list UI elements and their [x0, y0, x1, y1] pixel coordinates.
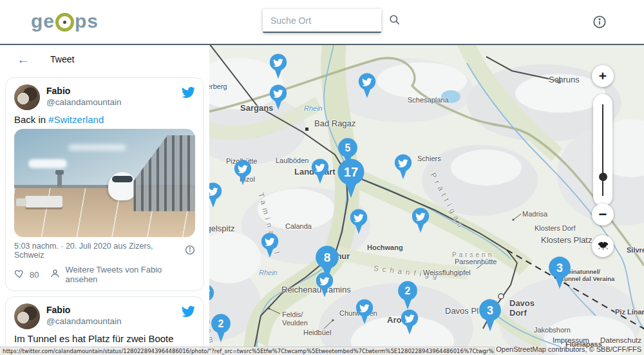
search-icon: [388, 18, 401, 28]
photo-ground-vehicle: [25, 196, 62, 207]
photo-cloud: [28, 159, 67, 168]
zoom-slider-track[interactable]: [602, 104, 603, 196]
tweet-marker[interactable]: [261, 233, 279, 258]
station-square: [305, 128, 308, 131]
map-label: Calanda: [285, 222, 312, 230]
back-arrow-icon: ←: [17, 52, 30, 66]
map-label: Schesaplana: [408, 96, 449, 104]
twitter-bird-icon[interactable]: [182, 305, 195, 321]
tweet-hashtag-link[interactable]: #Switzerland: [48, 114, 104, 125]
map-label: Sargans: [240, 103, 273, 113]
cluster-marker[interactable]: 3: [548, 256, 571, 289]
map-label: Klosters Platz: [541, 235, 592, 245]
svg-text:17: 17: [344, 165, 358, 179]
tweet-text: Im Tunnel es hat Platz für zwei Boote: [14, 333, 195, 344]
impressum-link[interactable]: Impressum: [553, 336, 589, 344]
author-handle[interactable]: @calandamountain: [46, 97, 182, 108]
map-label: Veulden: [282, 319, 308, 327]
author-block: Fabio @calandamountain: [46, 84, 182, 108]
map-attribution: Impressum Datenschutz OpenStreetMap cont…: [496, 336, 641, 354]
tweet-marker[interactable]: [350, 209, 368, 235]
sidebar-title: Tweet: [50, 54, 74, 64]
zoom-in-button[interactable]: +: [592, 65, 614, 87]
tweet-sidebar: ← Tweet Fabio @calandamountain Back in: [0, 45, 209, 355]
person-icon: [50, 268, 61, 281]
tweet-marker[interactable]: [311, 158, 329, 184]
tweet-header: Fabio @calandamountain: [14, 303, 195, 329]
back-button[interactable]: ←: [13, 52, 33, 66]
avatar[interactable]: [14, 303, 40, 329]
map-label: Weissfluhgipfel: [423, 269, 471, 276]
svg-text:3: 3: [487, 304, 493, 317]
map-label: Jakobshorn: [534, 326, 571, 334]
svg-text:2: 2: [405, 285, 411, 296]
info-button[interactable]: [592, 15, 607, 31]
tweet-marker[interactable]: [209, 182, 222, 208]
zoom-slider[interactable]: [593, 94, 612, 206]
tweet-marker[interactable]: [269, 84, 287, 110]
tweet-info-icon[interactable]: [185, 245, 195, 257]
photo-cloud: [68, 144, 126, 151]
author-name[interactable]: Fabio: [46, 305, 182, 316]
tweet-timestamp: 5:03 nachm. · 20. Juli 2020 aus Zizers, …: [14, 242, 185, 260]
tweet-marker[interactable]: [209, 284, 214, 310]
tweet-marker[interactable]: [355, 299, 374, 325]
svg-text:2: 2: [218, 318, 224, 329]
avatar[interactable]: [14, 84, 40, 110]
map-label: Laulböden: [276, 157, 308, 164]
map-label: Feldis/: [282, 311, 303, 318]
map-label: Rhein: [304, 104, 323, 112]
photo-control-tower: [57, 170, 62, 187]
geops-logo[interactable]: geps: [31, 10, 99, 32]
map-label: Schiers: [417, 155, 441, 162]
more-tweets-link[interactable]: Weitere Tweets von Fabio ansehen: [65, 265, 195, 284]
cluster-marker[interactable]: 2: [211, 314, 231, 343]
svg-text:8: 8: [324, 251, 331, 264]
map-label: Klosters Dorf: [535, 224, 576, 232]
info-icon: [592, 21, 607, 31]
author-handle[interactable]: @calandamountain: [46, 316, 182, 327]
map-label: Heidbüel: [303, 329, 331, 336]
tweet-actions: 80 Weitere Tweets von Fabio ansehen: [14, 265, 195, 284]
tweet-marker[interactable]: [269, 53, 287, 79]
map-label: Hochwang: [367, 244, 403, 251]
map-label: Davos Pl: [445, 306, 478, 316]
fly-button[interactable]: [592, 235, 614, 257]
map-label: Davos: [509, 298, 535, 308]
author-name[interactable]: Fabio: [46, 86, 182, 97]
search-button[interactable]: [388, 14, 401, 28]
tweet-list: Fabio @calandamountain Back in #Switzerl…: [0, 73, 209, 355]
map-label: Dorf: [509, 308, 527, 318]
zoom-out-button[interactable]: −: [592, 204, 614, 225]
cluster-marker[interactable]: 2: [397, 281, 418, 310]
map-container[interactable]: FlumserbergSargansRheinBad RagazSchesapl…: [209, 45, 644, 355]
search-input[interactable]: [269, 15, 388, 26]
like-icon[interactable]: [14, 268, 25, 281]
sidebar-header: ← Tweet: [0, 45, 209, 73]
app-header: geps: [0, 0, 644, 45]
datenschutz-link[interactable]: Datenschutz: [600, 336, 641, 344]
fly-icon: [597, 240, 609, 252]
tweet-marker[interactable]: [358, 73, 376, 99]
tweet-card[interactable]: Fabio @calandamountain Back in #Switzerl…: [5, 77, 204, 291]
tweet-marker[interactable]: [401, 309, 419, 335]
map-label: Flumserberg: [209, 82, 227, 90]
map-label: Parsennhütte: [455, 258, 497, 265]
tweet-marker[interactable]: [394, 154, 412, 180]
twitter-bird-icon[interactable]: [182, 86, 195, 102]
tweet-marker[interactable]: [316, 272, 334, 298]
tweet-marker[interactable]: [412, 207, 430, 233]
author-block: Fabio @calandamountain: [46, 303, 182, 327]
map-label: Bad Ragaz: [314, 119, 355, 128]
search-box[interactable]: [263, 9, 381, 33]
map-label: Silvretta: [627, 246, 644, 254]
photo-airplane: [108, 172, 137, 200]
cluster-marker[interactable]: 17: [337, 158, 365, 198]
zoom-slider-handle[interactable]: [599, 173, 607, 181]
tweet-photo[interactable]: [14, 129, 195, 237]
tweet-marker[interactable]: [234, 160, 252, 186]
tweet-meta: 5:03 nachm. · 20. Juli 2020 aus Zizers, …: [14, 242, 195, 260]
browser-status-bar: https://twitter.com/calandamountain/stat…: [0, 347, 495, 355]
cluster-marker[interactable]: 3: [478, 299, 502, 332]
tweet-text-plain: Back in: [14, 114, 48, 125]
